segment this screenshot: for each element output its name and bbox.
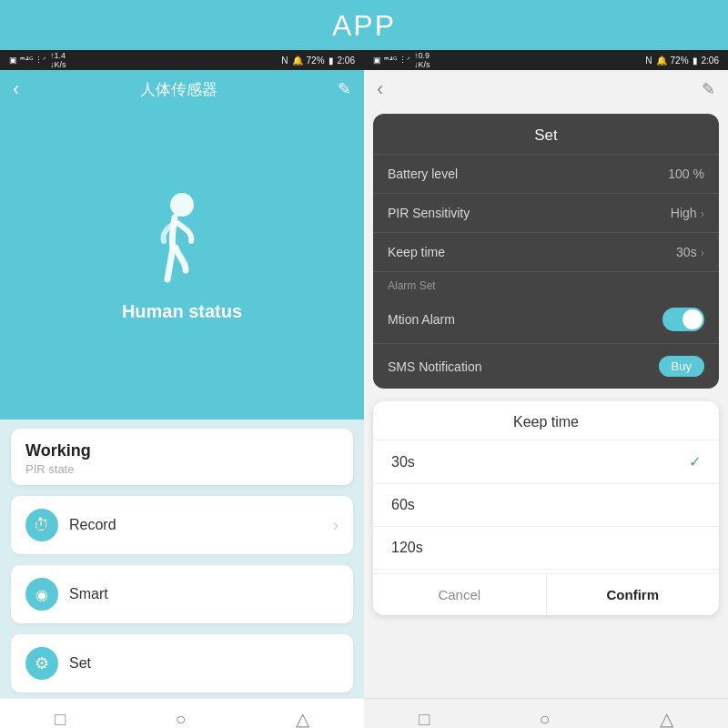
signal-info: ▣ ᵐ⁴ᴳ ⋮ᐟ xyxy=(9,56,46,65)
app-header: APP xyxy=(0,0,728,50)
right-signal: ▣ ᵐ⁴ᴳ ⋮ᐟ xyxy=(373,56,410,65)
confirm-button[interactable]: Confirm xyxy=(547,574,720,615)
battery-row: Battery level 100 % xyxy=(373,155,719,194)
right-time: 2:06 xyxy=(702,56,719,66)
set-label: Set xyxy=(69,655,91,672)
option-30s-label: 30s xyxy=(391,454,415,470)
left-status-bar: ▣ ᵐ⁴ᴳ ⋮ᐟ ↑1.4↓K/s N 🔔 72% ▮ 2:06 xyxy=(0,50,364,70)
right-alarm: 🔔 xyxy=(656,56,667,66)
pir-row[interactable]: PIR Sensitivity High › xyxy=(373,194,719,233)
keep-time-row[interactable]: Keep time 30s › xyxy=(373,233,719,272)
left-bottom-nav: □ ○ △ xyxy=(0,698,364,728)
nav-back-left[interactable]: △ xyxy=(296,708,309,728)
page-title: 人体传感器 xyxy=(140,79,217,100)
smart-menu-item[interactable]: ◉ Smart xyxy=(11,565,353,623)
right-status-right: N 🔔 72% ▮ 2:06 xyxy=(645,56,719,66)
alarm-set-label: Alarm Set xyxy=(373,272,719,296)
pir-chevron: › xyxy=(701,207,704,220)
sms-label: SMS Notification xyxy=(388,359,481,374)
left-panel: ▣ ᵐ⁴ᴳ ⋮ᐟ ↑1.4↓K/s N 🔔 72% ▮ 2:06 ‹ 人体传感器… xyxy=(0,50,364,728)
nav-square-right[interactable]: □ xyxy=(419,709,430,729)
working-card: Working PIR state xyxy=(11,429,353,485)
buy-button[interactable]: Buy xyxy=(659,356,704,377)
right-edit-button[interactable]: ✎ xyxy=(702,79,715,99)
settings-title: Set xyxy=(373,114,719,155)
record-label: Record xyxy=(69,517,116,533)
right-status-bar: ▣ ᵐ⁴ᴳ ⋮ᐟ ↑0.9↓K/s N 🔔 72% ▮ 2:06 xyxy=(364,50,728,70)
right-speed: ↑0.9↓K/s xyxy=(414,51,430,69)
back-button[interactable]: ‹ xyxy=(13,77,19,101)
battery-pct: 72% xyxy=(307,56,325,66)
battery-icon: ▮ xyxy=(329,56,334,66)
keep-time-value: 30s › xyxy=(676,245,704,259)
option-60s[interactable]: 60s xyxy=(373,484,719,527)
left-bottom-area: Working PIR state ⏱ Record › ◉ Smart xyxy=(0,420,364,728)
nav-back-right[interactable]: △ xyxy=(660,708,673,728)
set-icon: ⚙ xyxy=(25,647,58,680)
status-bar-left-info: ▣ ᵐ⁴ᴳ ⋮ᐟ ↑1.4↓K/s xyxy=(9,51,66,69)
human-figure xyxy=(146,188,218,292)
option-120s-label: 120s xyxy=(391,540,423,556)
option-30s[interactable]: 30s ✓ xyxy=(373,440,719,484)
mtion-alarm-row[interactable]: Mtion Alarm xyxy=(373,296,719,344)
smart-label: Smart xyxy=(69,586,108,602)
working-subtitle: PIR state xyxy=(25,462,339,476)
right-status-left: ▣ ᵐ⁴ᴳ ⋮ᐟ ↑0.9↓K/s xyxy=(373,51,430,69)
option-60s-label: 60s xyxy=(391,497,415,513)
edit-button[interactable]: ✎ xyxy=(338,79,351,99)
settings-card: Set Battery level 100 % PIR Sensitivity … xyxy=(373,114,719,389)
sms-row[interactable]: SMS Notification Buy xyxy=(373,344,719,389)
keep-time-dialog: Keep time 30s ✓ 60s 120s Cancel Confirm xyxy=(373,401,719,615)
keep-time-label: Keep time xyxy=(388,245,445,259)
dialog-title: Keep time xyxy=(373,401,719,440)
right-panel: ▣ ᵐ⁴ᴳ ⋮ᐟ ↑0.9↓K/s N 🔔 72% ▮ 2:06 ‹ ✎ Set… xyxy=(364,50,728,728)
check-icon-30s: ✓ xyxy=(689,453,701,470)
mtion-alarm-label: Mtion Alarm xyxy=(388,312,455,327)
human-status-label: Human status xyxy=(122,301,242,322)
cancel-button[interactable]: Cancel xyxy=(373,574,547,615)
right-battery: ▮ xyxy=(693,56,698,66)
record-chevron: › xyxy=(333,516,339,535)
option-120s[interactable]: 120s xyxy=(373,527,719,570)
right-battery-pct: 72% xyxy=(671,56,689,66)
svg-point-0 xyxy=(170,193,194,217)
set-left: ⚙ Set xyxy=(25,647,91,680)
right-back-button[interactable]: ‹ xyxy=(377,77,383,101)
pir-value: High › xyxy=(671,206,704,220)
left-nav-bar: ‹ 人体传感器 ✎ xyxy=(0,70,364,108)
working-title: Working xyxy=(25,441,339,460)
battery-value: 100 % xyxy=(668,167,704,181)
right-nfc: N xyxy=(645,56,652,66)
right-nav-bar: ‹ ✎ xyxy=(364,70,728,108)
battery-label: Battery level xyxy=(388,167,458,181)
nav-circle-left[interactable]: ○ xyxy=(175,709,186,729)
record-icon: ⏱ xyxy=(25,509,58,541)
nav-square-left[interactable]: □ xyxy=(55,709,66,729)
dialog-actions: Cancel Confirm xyxy=(373,573,719,615)
time-left: 2:06 xyxy=(338,56,355,66)
human-figure-area: Human status xyxy=(0,108,364,420)
nav-circle-right[interactable]: ○ xyxy=(539,709,550,729)
alarm-icon: 🔔 xyxy=(292,56,303,66)
speed-info: ↑1.4↓K/s xyxy=(50,51,66,69)
record-left: ⏱ Record xyxy=(25,509,116,541)
keep-time-chevron: › xyxy=(701,246,704,259)
smart-icon: ◉ xyxy=(25,578,58,611)
nfc-icon: N xyxy=(281,56,288,66)
record-menu-item[interactable]: ⏱ Record › xyxy=(11,496,353,554)
right-bottom-nav: □ ○ △ xyxy=(364,698,728,728)
app-title: APP xyxy=(332,9,396,42)
smart-left: ◉ Smart xyxy=(25,578,108,611)
set-menu-item[interactable]: ⚙ Set xyxy=(11,634,353,693)
mtion-alarm-toggle[interactable] xyxy=(662,308,704,331)
status-bar-right-info: N 🔔 72% ▮ 2:06 xyxy=(281,56,355,66)
pir-label: PIR Sensitivity xyxy=(388,206,470,220)
